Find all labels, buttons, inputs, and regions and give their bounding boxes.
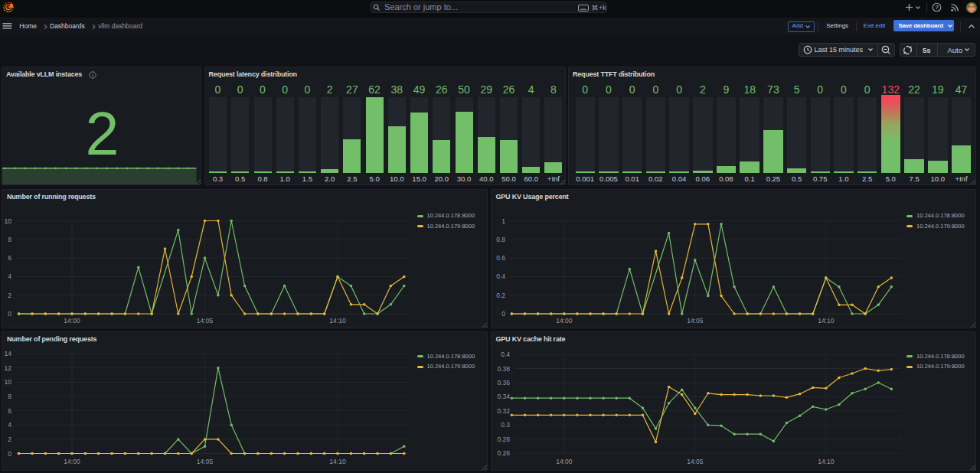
svg-text:0.26: 0.26 <box>497 449 510 457</box>
svg-text:0.2: 0.2 <box>496 291 505 298</box>
svg-text:0.38: 0.38 <box>497 364 510 372</box>
svg-text:0.36: 0.36 <box>497 379 510 387</box>
svg-text:0.3: 0.3 <box>501 421 510 429</box>
svg-text:14:05: 14:05 <box>197 457 214 465</box>
svg-text:4: 4 <box>8 421 11 429</box>
svg-text:8: 8 <box>8 235 11 243</box>
svg-text:6: 6 <box>8 406 11 414</box>
svg-text:14:10: 14:10 <box>818 317 835 325</box>
svg-text:12: 12 <box>5 364 12 371</box>
svg-text:0.34: 0.34 <box>497 393 510 400</box>
svg-text:2: 2 <box>8 435 11 442</box>
svg-text:14:05: 14:05 <box>687 457 704 465</box>
svg-text:14: 14 <box>5 350 12 357</box>
svg-text:14:05: 14:05 <box>197 317 214 325</box>
svg-text:0: 0 <box>8 449 11 457</box>
svg-text:0.32: 0.32 <box>497 406 510 414</box>
svg-text:14:00: 14:00 <box>64 317 80 325</box>
svg-text:14:10: 14:10 <box>329 317 346 325</box>
svg-text:14:00: 14:00 <box>64 457 80 465</box>
svg-text:0: 0 <box>8 310 11 318</box>
svg-text:0.6: 0.6 <box>496 254 505 262</box>
svg-text:6: 6 <box>8 254 11 262</box>
svg-text:14:00: 14:00 <box>556 317 573 325</box>
svg-text:4: 4 <box>8 272 11 280</box>
svg-text:14:05: 14:05 <box>687 317 704 325</box>
svg-text:14:10: 14:10 <box>818 457 835 465</box>
svg-text:2: 2 <box>8 291 11 298</box>
svg-text:0.8: 0.8 <box>496 235 505 243</box>
svg-text:10: 10 <box>5 378 12 386</box>
svg-text:1: 1 <box>501 217 505 224</box>
svg-text:0.4: 0.4 <box>496 272 505 280</box>
svg-text:0: 0 <box>501 310 505 318</box>
svg-text:0.4: 0.4 <box>501 351 510 358</box>
svg-text:0.28: 0.28 <box>497 435 510 442</box>
svg-text:8: 8 <box>8 392 11 400</box>
svg-text:14:10: 14:10 <box>329 457 346 465</box>
svg-text:14:00: 14:00 <box>556 457 573 465</box>
svg-text:10: 10 <box>5 217 12 224</box>
